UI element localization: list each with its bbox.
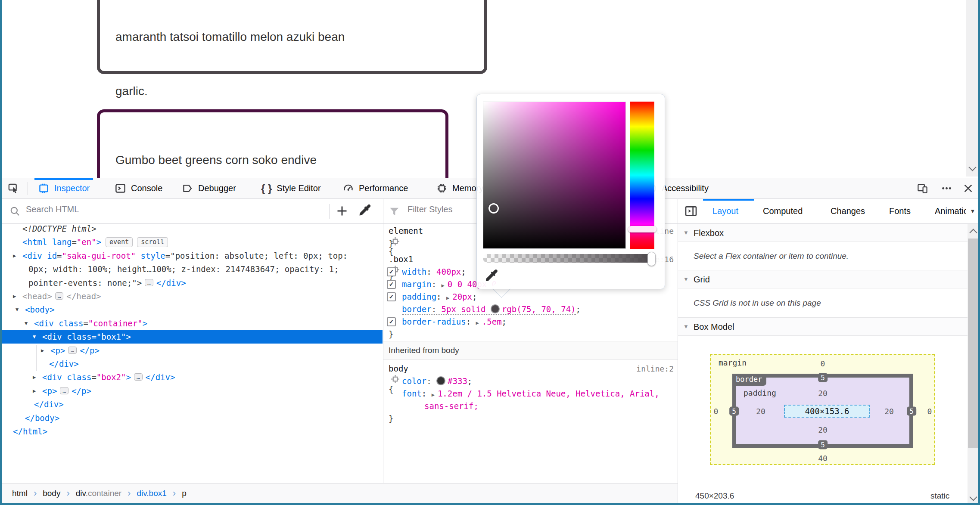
- sidebar-scrollbar-thumb[interactable]: [968, 239, 978, 448]
- expand-ellipsis-button[interactable]: …: [60, 387, 68, 394]
- color-swatch[interactable]: [436, 376, 445, 385]
- margin-right-value[interactable]: 0: [927, 407, 932, 416]
- scroll-down-icon[interactable]: [969, 493, 977, 501]
- tab-label: Animations: [935, 206, 966, 216]
- twisty-icon[interactable]: ▶: [41, 344, 44, 357]
- markup-line[interactable]: ▼<div class="box1">: [0, 330, 383, 344]
- padding-right-value[interactable]: 20: [884, 407, 894, 416]
- border-bottom-value[interactable]: 5: [818, 440, 828, 449]
- sidebar-toggle-button[interactable]: [684, 204, 698, 218]
- box-model-content[interactable]: 400×153.6: [784, 405, 870, 418]
- close-devtools-button[interactable]: [962, 178, 974, 198]
- property-name: width: [402, 267, 426, 276]
- padding-top-value[interactable]: 20: [818, 389, 828, 398]
- expand-ellipsis-button[interactable]: …: [134, 373, 143, 381]
- breadcrumb-item[interactable]: html: [12, 489, 28, 498]
- markup-line[interactable]: </html>: [0, 425, 383, 438]
- twisty-icon[interactable]: ▶: [13, 249, 16, 263]
- twisty-icon[interactable]: ▼: [25, 317, 28, 330]
- grid-section-header[interactable]: ▼ Grid: [678, 270, 968, 288]
- margin-left-value[interactable]: 0: [714, 407, 719, 416]
- color-swatch[interactable]: [491, 304, 500, 313]
- breadcrumb-item[interactable]: p: [182, 489, 187, 498]
- padding-left-value[interactable]: 20: [756, 407, 765, 416]
- tab-debugger[interactable]: Debugger: [182, 178, 236, 198]
- all-tabs-menu-button[interactable]: ▼: [966, 199, 979, 223]
- tab-performance[interactable]: Performance: [342, 178, 408, 198]
- saturation-lightness-area[interactable]: [483, 102, 626, 249]
- expand-value-icon[interactable]: ▶: [446, 295, 449, 301]
- rule-source-link[interactable]: inline:2: [636, 362, 674, 375]
- tab-fonts[interactable]: Fonts: [889, 199, 911, 223]
- markup-line[interactable]: 0px; width: 100%; height…100%; z-index: …: [0, 263, 383, 276]
- tab-console[interactable]: Console: [115, 178, 162, 198]
- markup-line[interactable]: ▶<head>…</head>: [0, 290, 383, 303]
- color-handle[interactable]: [488, 203, 499, 214]
- scroll-up-icon[interactable]: [969, 229, 977, 236]
- responsive-design-mode-button[interactable]: [917, 178, 928, 198]
- margin-bottom-value[interactable]: 40: [818, 454, 828, 463]
- markup-line[interactable]: </div>: [0, 398, 383, 411]
- tab-layout[interactable]: Layout: [712, 199, 738, 223]
- markup-line[interactable]: </body>: [0, 412, 383, 425]
- expand-value-icon[interactable]: ▶: [476, 320, 479, 326]
- declaration-checkbox[interactable]: ✓: [387, 280, 396, 289]
- markup-line[interactable]: ▼<body>: [0, 303, 383, 316]
- flexbox-section-header[interactable]: ▼ Flexbox: [678, 224, 968, 242]
- sidebar-scrollbar[interactable]: [968, 224, 979, 505]
- markup-line[interactable]: pointer-events: none;">…</div>: [0, 276, 383, 290]
- code-text: "en": [77, 237, 96, 247]
- border-top-value[interactable]: 5: [818, 373, 828, 382]
- twisty-icon[interactable]: ▼: [33, 330, 36, 344]
- markup-line[interactable]: ▶<p>…</p>: [0, 344, 383, 357]
- twisty-icon[interactable]: ▼: [16, 303, 19, 316]
- attribute-badge[interactable]: scroll: [137, 237, 168, 247]
- expand-ellipsis-button[interactable]: …: [145, 279, 153, 286]
- markup-line[interactable]: <!DOCTYPE html>: [0, 222, 383, 235]
- scroll-down-icon[interactable]: [968, 163, 976, 171]
- declaration-checkbox[interactable]: ✓: [387, 292, 396, 301]
- code-text: "saka-gui-root": [62, 251, 136, 260]
- markup-line[interactable]: ▶<div class="box2">…</div>: [0, 371, 383, 384]
- declaration-checkbox[interactable]: ✓: [387, 267, 396, 276]
- meatball-menu-button[interactable]: [941, 178, 952, 198]
- breadcrumb-item[interactable]: div.container: [76, 489, 121, 498]
- markup-line[interactable]: ▶<p>…</p>: [0, 384, 383, 398]
- breadcrumb-item[interactable]: body: [43, 489, 60, 498]
- breadcrumb-item[interactable]: div.box1: [137, 489, 166, 498]
- declaration-checkbox[interactable]: ✓: [387, 317, 396, 326]
- twisty-icon[interactable]: ▶: [33, 371, 36, 384]
- twisty-icon[interactable]: ▶: [13, 290, 16, 303]
- popup-eyedropper-button[interactable]: [484, 268, 500, 285]
- tab-label: Changes: [831, 206, 865, 216]
- declarations: color: #333;font: ▶1.2em / 1.5 Helvetica…: [383, 375, 678, 412]
- alpha-handle[interactable]: [647, 252, 656, 266]
- attribute-badge[interactable]: event: [106, 237, 133, 247]
- hue-handle[interactable]: [628, 226, 656, 232]
- border-right-value[interactable]: 5: [907, 407, 916, 416]
- page-scrollbar[interactable]: [966, 0, 979, 177]
- tab-inspector[interactable]: Inspector: [38, 178, 90, 198]
- box-model-section-header[interactable]: ▼ Box Model: [678, 318, 968, 336]
- tab-style-editor[interactable]: { } Style Editor: [261, 178, 321, 198]
- tab-animations[interactable]: Animations: [935, 199, 966, 223]
- border-left-value[interactable]: 5: [729, 407, 739, 416]
- expand-value-icon[interactable]: ▶: [442, 282, 445, 288]
- tab-computed[interactable]: Computed: [763, 199, 803, 223]
- markup-line[interactable]: </div>: [0, 357, 383, 371]
- expand-ellipsis-button[interactable]: …: [55, 292, 64, 300]
- markup-line[interactable]: ▶<div id="saka-gui-root" style="position…: [0, 249, 383, 263]
- margin-top-value[interactable]: 0: [821, 359, 825, 368]
- markup-line[interactable]: <html lang="en">eventscroll: [0, 235, 383, 249]
- markup-line[interactable]: ▼<div class="container">: [0, 317, 383, 330]
- inspector-icon: [38, 183, 50, 194]
- twisty-icon[interactable]: ▶: [33, 384, 36, 398]
- css-declaration: color: #333;: [383, 375, 678, 387]
- pick-element-button[interactable]: [8, 178, 19, 198]
- padding-bottom-value[interactable]: 20: [818, 425, 828, 434]
- tab-changes[interactable]: Changes: [831, 199, 865, 223]
- expand-ellipsis-button[interactable]: …: [68, 347, 77, 354]
- tab-label: Fonts: [889, 206, 911, 216]
- alpha-slider[interactable]: [483, 254, 654, 263]
- expand-value-icon[interactable]: ▶: [432, 392, 435, 398]
